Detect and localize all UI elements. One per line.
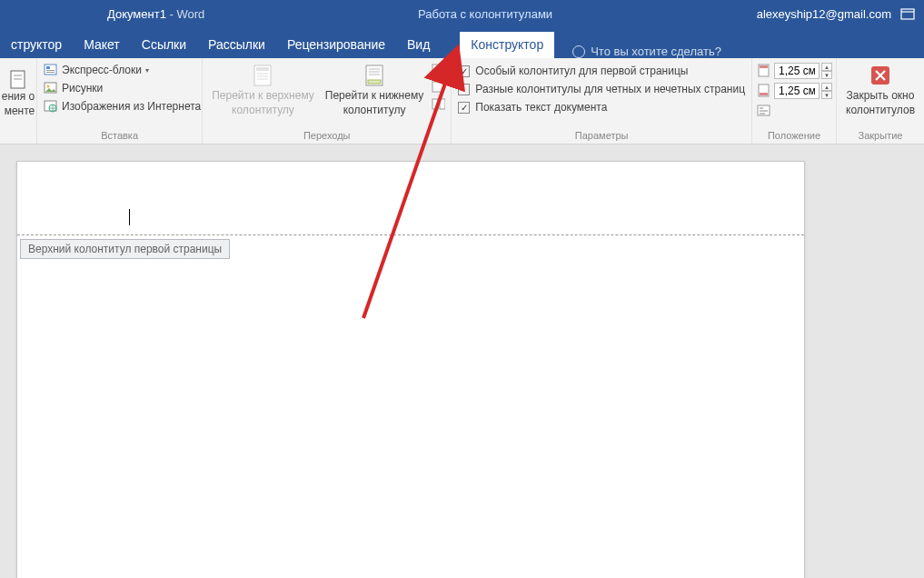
svg-rect-6 xyxy=(46,66,50,69)
tab-design[interactable]: Конструктор xyxy=(460,32,554,58)
svg-rect-25 xyxy=(432,99,438,109)
first-page-label: Особый колонтитул для первой страницы xyxy=(475,65,688,77)
svg-rect-7 xyxy=(46,70,55,71)
header-margin-icon xyxy=(756,63,772,79)
group-navigation-label: Переходы xyxy=(206,128,447,144)
header-position-input[interactable] xyxy=(774,63,820,79)
document-area[interactable]: Верхний колонтитул первой страницы xyxy=(0,144,924,578)
svg-rect-8 xyxy=(46,72,55,73)
tab-view[interactable]: Вид xyxy=(396,32,441,58)
checkbox-icon: ✓ xyxy=(458,102,470,114)
odd-even-checkbox[interactable]: Разные колонтитулы для четных и нечетных… xyxy=(455,81,748,97)
svg-rect-24 xyxy=(432,82,443,92)
footer-position-spinner[interactable]: ▲▼ xyxy=(756,82,832,100)
tab-links[interactable]: Ссылки xyxy=(131,32,197,58)
show-doc-checkbox[interactable]: ✓ Показать текст документа xyxy=(455,99,748,115)
spin-up-icon[interactable]: ▲ xyxy=(821,83,832,91)
footer-margin-icon xyxy=(756,83,772,99)
spin-down-icon[interactable]: ▼ xyxy=(821,71,832,79)
app-name: Word xyxy=(176,7,204,21)
tell-me[interactable]: Что вы хотите сделать? xyxy=(572,45,721,58)
checkbox-icon xyxy=(458,84,470,95)
tab-layout[interactable]: Макет xyxy=(73,32,131,58)
goto-footer-label: Перейти к нижнему колонтитулу xyxy=(325,89,424,117)
goto-header-icon xyxy=(246,62,279,89)
ribbon: ения о менте x Экспресс-блоки ▾ Рисунки … xyxy=(0,58,924,144)
group-insert: Экспресс-блоки ▾ Рисунки Изображения из … xyxy=(37,58,203,144)
pictures-button[interactable]: Рисунки xyxy=(41,80,204,96)
tab-review[interactable]: Рецензирование xyxy=(276,32,396,58)
spin-up-icon[interactable]: ▲ xyxy=(821,63,832,71)
online-pictures-button[interactable]: Изображения из Интернета xyxy=(41,98,204,115)
document-info-icon xyxy=(9,70,27,90)
group-position: ▲▼ ▲▼ Положение xyxy=(752,58,837,144)
info-label-cut[interactable]: ения о менте xyxy=(2,90,35,118)
pictures-icon xyxy=(44,81,58,95)
footer-position-input[interactable] xyxy=(774,83,820,99)
app-name-sep: - xyxy=(166,7,177,21)
tab-mailings[interactable]: Рассылки xyxy=(197,32,276,58)
show-doc-label: Показать текст документа xyxy=(475,101,607,114)
header-boundary-line xyxy=(17,234,804,235)
goto-footer-icon xyxy=(358,62,391,89)
group-close: Закрыть окно колонтитулов Закрытие xyxy=(837,58,924,144)
svg-rect-30 xyxy=(760,93,768,95)
group-position-label: Положение xyxy=(756,128,832,144)
goto-footer-button[interactable]: Перейти к нижнему колонтитулу xyxy=(320,60,430,119)
checkbox-icon: ✓ xyxy=(458,65,470,77)
svg-rect-22 xyxy=(368,80,381,84)
group-close-label: Закрытие xyxy=(840,128,920,144)
quick-parts-button[interactable]: Экспресс-блоки ▾ xyxy=(41,62,204,78)
tab-constructor-left[interactable]: структор xyxy=(0,32,73,58)
svg-rect-26 xyxy=(440,99,445,109)
svg-rect-23 xyxy=(432,65,443,75)
tell-me-text: Что вы хотите сделать? xyxy=(591,45,721,58)
group-info-partial: ения о менте x xyxy=(0,58,37,144)
bulb-icon xyxy=(572,45,585,58)
odd-even-label: Разные колонтитулы для четных и нечетных… xyxy=(475,83,745,95)
svg-point-10 xyxy=(47,85,50,88)
svg-rect-14 xyxy=(256,67,269,71)
close-label: Закрыть окно колонтитулов xyxy=(846,89,915,117)
goto-header-label: Перейти к верхнему колонтитулу xyxy=(212,89,314,117)
dropdown-icon: ▾ xyxy=(145,66,149,75)
online-pictures-label: Изображения из Интернета xyxy=(62,100,201,113)
user-email[interactable]: alexeyship12@gmail.com xyxy=(757,7,891,21)
document-name: Документ1 xyxy=(107,7,166,21)
quick-parts-icon xyxy=(44,63,58,77)
page[interactable]: Верхний колонтитул первой страницы xyxy=(16,161,805,578)
group-options: ✓ Особый колонтитул для первой страницы … xyxy=(452,58,752,144)
pictures-label: Рисунки xyxy=(62,82,103,95)
nav-extra-icon-1[interactable] xyxy=(431,63,445,77)
align-tab-icon[interactable] xyxy=(756,104,770,118)
group-insert-label: Вставка xyxy=(41,128,198,144)
first-page-checkbox[interactable]: ✓ Особый колонтитул для первой страницы xyxy=(455,63,748,79)
svg-rect-28 xyxy=(760,65,768,68)
goto-header-button: Перейти к верхнему колонтитулу xyxy=(206,60,320,119)
spin-down-icon[interactable]: ▼ xyxy=(821,91,832,99)
nav-extra-icon-3[interactable] xyxy=(431,97,445,112)
group-options-label: Параметры xyxy=(455,128,748,144)
svg-rect-5 xyxy=(45,65,56,75)
online-pictures-icon xyxy=(44,99,58,114)
text-cursor xyxy=(129,209,130,225)
close-icon xyxy=(864,62,897,89)
window-title: Документ1 - Word xyxy=(107,7,204,21)
quick-parts-label: Экспресс-блоки xyxy=(62,64,142,76)
context-tab-title: Работа с колонтитулами xyxy=(418,7,552,21)
header-section-tag: Верхний колонтитул первой страницы xyxy=(20,239,230,259)
close-header-footer-button[interactable]: Закрыть окно колонтитулов xyxy=(840,60,920,119)
header-position-spinner[interactable]: ▲▼ xyxy=(756,62,832,80)
title-bar: Документ1 - Word Работа с колонтитулами … xyxy=(0,0,924,30)
tab-strip: структор Макет Ссылки Рассылки Рецензиро… xyxy=(0,30,924,58)
group-navigation: Перейти к верхнему колонтитулу Перейти к… xyxy=(203,58,452,144)
svg-rect-0 xyxy=(901,9,914,19)
nav-extra-icon-2[interactable] xyxy=(431,80,445,95)
fullscreen-icon[interactable] xyxy=(900,7,915,22)
